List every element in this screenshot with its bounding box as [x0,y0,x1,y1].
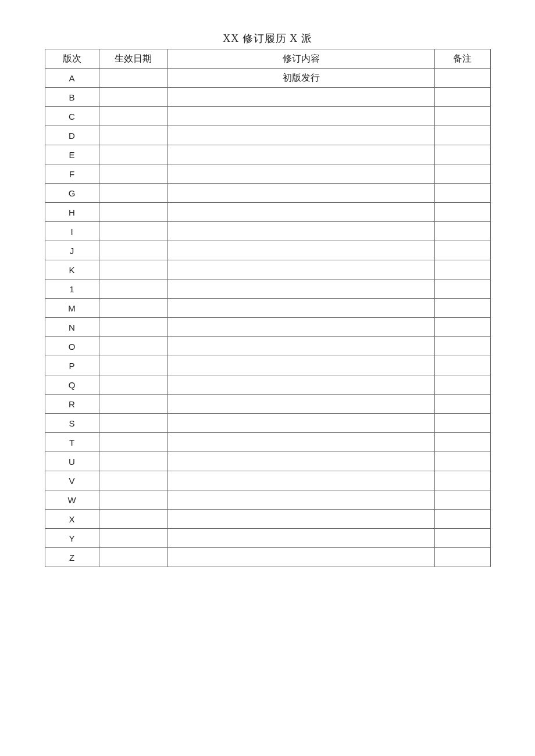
cell-effective-date [99,69,167,88]
table-row: G [45,184,490,203]
cell-content [167,529,434,548]
cell-content [167,490,434,510]
cell-effective-date [99,203,167,222]
cell-note [434,280,490,299]
cell-content [167,222,434,241]
cell-effective-date [99,318,167,337]
cell-note [434,395,490,414]
cell-content [167,299,434,318]
cell-effective-date [99,471,167,490]
cell-effective-date [99,299,167,318]
cell-version: H [45,203,99,222]
table-row: X [45,510,490,529]
cell-version: A [45,69,99,88]
cell-note [434,490,490,510]
cell-version: F [45,164,99,184]
cell-effective-date [99,280,167,299]
cell-effective-date [99,414,167,433]
table-row: V [45,471,490,490]
cell-note [434,184,490,203]
cell-content [167,203,434,222]
cell-note [434,88,490,107]
cell-version: J [45,241,99,260]
cell-note [434,510,490,529]
cell-version: Z [45,548,99,567]
cell-effective-date [99,145,167,164]
cell-content [167,414,434,433]
cell-effective-date [99,548,167,567]
table-row: Y [45,529,490,548]
cell-effective-date [99,260,167,280]
cell-version: W [45,490,99,510]
cell-version: O [45,337,99,356]
cell-version: C [45,107,99,126]
cell-note [434,260,490,280]
cell-note [434,375,490,395]
cell-content [167,395,434,414]
cell-content [167,318,434,337]
cell-version: Y [45,529,99,548]
table-row: F [45,164,490,184]
cell-content [167,471,434,490]
cell-note [434,126,490,145]
cell-version: U [45,452,99,471]
cell-version: D [45,126,99,145]
header-note: 备注 [434,49,490,69]
table-row: A初版发行 [45,69,490,88]
cell-version: N [45,318,99,337]
cell-content [167,260,434,280]
cell-effective-date [99,510,167,529]
cell-version: K [45,260,99,280]
cell-note [434,69,490,88]
table-header-row: 版次 生效日期 修订内容 备注 [45,49,490,69]
cell-version: P [45,356,99,375]
cell-note [434,241,490,260]
cell-content [167,241,434,260]
table-row: P [45,356,490,375]
cell-note [434,203,490,222]
cell-content [167,337,434,356]
cell-content [167,107,434,126]
cell-note [434,145,490,164]
cell-content: 初版发行 [167,69,434,88]
cell-version: 1 [45,280,99,299]
header-content: 修订内容 [167,49,434,69]
cell-effective-date [99,356,167,375]
table-row: O [45,337,490,356]
cell-version: G [45,184,99,203]
cell-effective-date [99,433,167,452]
table-row: Q [45,375,490,395]
table-row: H [45,203,490,222]
cell-version: S [45,414,99,433]
cell-version: X [45,510,99,529]
table-row: 1 [45,280,490,299]
cell-content [167,356,434,375]
cell-version: R [45,395,99,414]
cell-effective-date [99,241,167,260]
cell-effective-date [99,337,167,356]
cell-note [434,107,490,126]
cell-content [167,184,434,203]
document-page: XX 修订履历 X 派 版次 生效日期 修订内容 备注 A初版发行BCDEFGH… [0,0,535,567]
table-row: U [45,452,490,471]
cell-effective-date [99,88,167,107]
cell-effective-date [99,490,167,510]
table-row: Z [45,548,490,567]
cell-content [167,452,434,471]
table-row: C [45,107,490,126]
cell-effective-date [99,126,167,145]
header-effective-date: 生效日期 [99,49,167,69]
cell-version: I [45,222,99,241]
cell-note [434,471,490,490]
cell-note [434,529,490,548]
table-row: E [45,145,490,164]
cell-version: T [45,433,99,452]
table-row: S [45,414,490,433]
table-row: W [45,490,490,510]
cell-note [434,164,490,184]
table-row: T [45,433,490,452]
table-row: K [45,260,490,280]
cell-note [434,337,490,356]
cell-content [167,88,434,107]
cell-note [434,433,490,452]
